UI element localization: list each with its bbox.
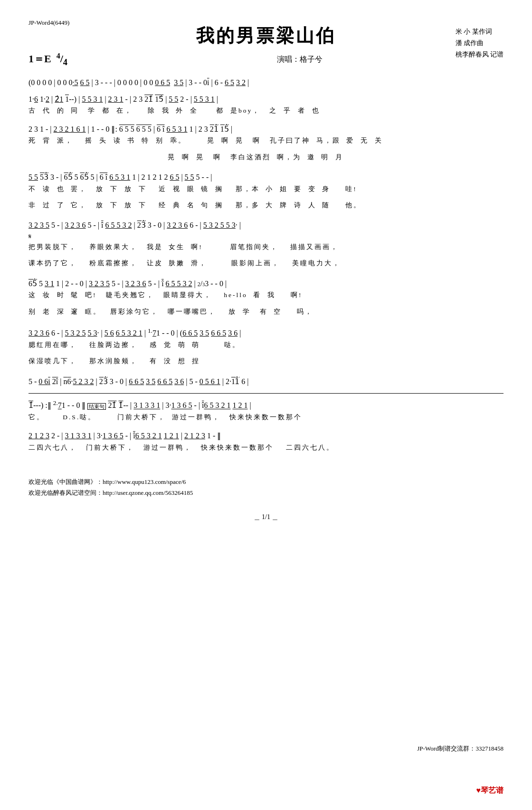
transcriber: 桃李醉春风 记谱 [456, 49, 504, 60]
lyrics-5a: 把男装脱下， 养眼效果大， 我是 女生 啊! 眉笔指间夹， 描描又画画， [28, 242, 504, 252]
music-section-5: 3 2 3 5 5 - | 3 2 3 6 5 - | î 6 5 5 3 2… [28, 219, 504, 268]
lyrics-10a: 二四六七八， 门前大桥下， 游过一群鸭， 快来快来数一数那个 二四六七八。 [28, 443, 504, 453]
lyricist: 米 小 某作词 [456, 26, 504, 38]
music-section-6: 65̂ 5 3 1 1 | 2 - - 0 | 3 2 3 5 5 - | 3 … [28, 277, 504, 317]
notation-3: 2 3 1 - | 2 3 2 1 6 1 | 1 - - 0 ‖: 6 5 5… [28, 123, 504, 136]
title: 我的男票梁山伯 [28, 24, 504, 48]
lyrics-7b: 保湿喷几下， 那水润脸颊， 有 没 想 捏 [28, 357, 504, 366]
lyrics-6a: 这 妆 时 髦 吧! 睫毛夹翘它， 眼睛显得大， he-llo 看 我 啊! [28, 290, 504, 300]
logo: ♥琴艺谱 [476, 785, 504, 796]
music-section-9: 1̂---) :‖ 2.71 - - 0 ‖ 结束句 21̂ 1̂-- | 3 … [28, 397, 504, 422]
page-number: ＿ 1/1 ＿ [28, 513, 504, 521]
music-section-2: 1·6 1·2 | 2̂1 1--) | 5 5 3 1 | 2 3 1 - |… [28, 93, 504, 116]
lyrics-5b: 课本扔了它， 粉底霜擦擦， 让皮 肤嫩 滑， 眼影闹上画， 美瞳电力大， [28, 259, 504, 268]
notation-9: 1̂---) :‖ 2.71 - - 0 ‖ 结束句 21̂ 1̂-- | 3 … [28, 397, 504, 413]
notation-8: 5 - 0 6i 2î | n6·5 2 3 2 | 23̂ 3 - 0 | … [28, 375, 504, 389]
music-section-1: (0 0 0 0 | 0 0 0·5 6 5 | 3 - - - | 0 0 0… [28, 76, 504, 90]
header-meta: JP-Word4(6449) [28, 19, 69, 27]
notation-4: 5 5 53̂ 3 - | 65̂ 5 65̂ 5 | 6 î 6 5 3 1… [28, 171, 504, 184]
lyrics-2a: 古 代 的 同 学 都 在， 除 我 外 全 都 是boy， 之 乎 者 也 [28, 106, 504, 116]
key-signature: 1＝E 4/4 [28, 52, 67, 68]
footer-line1: 欢迎光临《中国曲谱网》：http://www.qupu123.com/space… [28, 476, 504, 487]
notation-6: 65̂ 5 3 1 1 | 2 - - 0 | 3 2 3 5 5 - | 3 … [28, 277, 504, 291]
footer: 欢迎光临《中国曲谱网》：http://www.qupu123.com/space… [28, 476, 504, 499]
music-section-3: 2 3 1 - | 2 3 2 1 6 1 | 1 - - 0 ‖: 6 5 5… [28, 123, 504, 162]
notation-10: 2 1 2 3 2 - | 3 1 3 3 1 | 3·1 3 6 5 - | … [28, 429, 504, 443]
footer-line2: 欢迎光临醉春风记谱空间：http://user.qzone.qq.com/563… [28, 487, 504, 498]
footer-group: JP-Word制谱交流群：332718458 [417, 744, 504, 753]
lyrics-9a: 它。 D.S.哒。 门前大桥下， 游过一群鸭， 快来快来数一数那个 [28, 413, 504, 422]
lyrics-4a: 不 读 也 罢， 放 下 放 下 近 视 眼 镜 搁 那，本 小 姐 要 变 身… [28, 184, 504, 194]
notation-1: (0 0 0 0 | 0 0 0·5 6 5 | 3 - - - | 0 0 0… [28, 76, 504, 90]
lyrics-7a: 腮红用在哪， 往脸两边擦， 感 觉 萌 萌 哒。 [28, 340, 504, 350]
credits: 米 小 某作词 潘 成作曲 桃李醉春风 记谱 [456, 26, 504, 60]
performer: 演唱：格子兮 [96, 55, 504, 65]
music-section-10: 2 1 2 3 2 - | 3 1 3 3 1 | 3·1 3 6 5 - | … [28, 429, 504, 453]
lyrics-3b: 晃 啊 晃 啊 李白这酒烈 啊，为 邀 明 月 [28, 153, 504, 162]
key-info: 1＝E 4/4 演唱：格子兮 [28, 52, 504, 68]
composer: 潘 成作曲 [456, 38, 504, 49]
notation-2: 1·6 1·2 | 2̂1 1--) | 5 5 3 1 | 2 3 1 - |… [28, 93, 504, 106]
music-section-4: 5 5 53̂ 3 - | 65̂ 5 65̂ 5 | 6 î 6 5 3 1… [28, 171, 504, 210]
notation-7: 3 2 3 6 6 - | 5 3 2 5 5 3· | 5 6 6 5 3 2… [28, 325, 504, 340]
music-section-7: 3 2 3 6 6 - | 5 3 2 5 5 3· | 5 6 6 5 3 2… [28, 325, 504, 366]
music-section-8: 5 - 0 6i 2î | n6·5 2 3 2 | 23̂ 3 - 0 | … [28, 375, 504, 389]
lyrics-6b: 别 老 深 邃 眶。 唇彩涂匀它， 哪一哪嘴巴， 放 学 有 空 吗， [28, 307, 504, 317]
lyrics-4b: 非 过 了 它， 放 下 放 下 经 典 名 句 搁 那，多 大 牌 诗 人 随… [28, 201, 504, 210]
divider-line [28, 393, 504, 394]
lyrics-3a: 死 背 派， 摇 头 读 书 特 别 乖。 晃 啊 晃 啊 孔子曰了神 马，跟 … [28, 136, 504, 145]
